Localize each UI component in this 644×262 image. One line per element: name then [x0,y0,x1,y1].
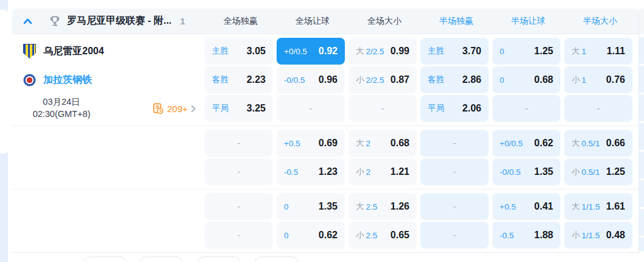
odds-label: +0/0.5 [284,47,307,56]
odds-cell[interactable]: +0/0.50.92 [277,38,345,65]
odds-value: 3.25 [247,103,266,114]
odds-cell[interactable]: 00.62 [277,222,345,249]
odds-value: 0.65 [391,230,409,241]
odds-label: 2.5 [366,202,378,211]
odds-cell[interactable]: 小2.50.65 [349,222,417,249]
odds-cell[interactable]: 平局3.25 [205,95,273,122]
odds-cell[interactable]: -0.51.88 [492,222,561,249]
odds-label: 0.5/1 [582,168,600,177]
odds-value: 0.41 [534,201,553,212]
odds-cell[interactable]: 客胜2.86 [420,66,489,93]
odds-cell[interactable]: 大2.51.26 [349,193,417,220]
chevron-up-icon [23,18,32,24]
over-under-prefix: 小 [356,74,364,85]
odds-value: 0.48 [606,230,625,241]
odds-row: 客胜2.23-0/0.50.96小2/2.50.87客胜2.8600.68小10… [205,66,639,93]
market-column-header[interactable]: 半场让球 [492,16,564,27]
more-markets-button[interactable]: 209+ [152,103,196,115]
odds-label: -0/0.5 [284,76,305,85]
more-markets-count: 209+ [167,104,188,114]
odds-cell-empty: - [420,193,489,220]
odds-cell-empty: - [205,130,273,157]
market-column-headers: 全场独赢全场让球全场大小半场独赢半场让球半场大小 [205,9,636,34]
home-team-row[interactable]: 乌尼雷亚2004 [12,38,205,65]
market-column-header[interactable]: 半场独赢 [420,16,492,27]
odds-value: 1.21 [391,166,409,177]
odds-value: 0.92 [319,46,338,57]
odds-label: 2 [366,139,371,148]
odds-cell[interactable]: -0/0.50.96 [277,66,345,93]
market-column-header[interactable]: 全场大小 [349,16,420,27]
odds-value: 0.66 [606,138,625,149]
odds-label: 1 [582,47,587,56]
odds-label: 0.5/1 [582,139,600,148]
chevron-right-icon [191,105,196,113]
odds-group: -01.35大2.51.26-+0.50.41大1/1.51.61-00.62小… [12,189,639,252]
odds-cell[interactable]: 客胜2.23 [205,66,273,93]
market-column-header[interactable]: 半场大小 [564,16,636,27]
odds-cell[interactable]: 平局2.06 [420,95,489,122]
odds-value: 2.86 [462,74,481,85]
odds-value: 0.68 [391,138,409,149]
odds-value: 1.35 [534,166,553,177]
market-column-header[interactable]: 全场独赢 [205,16,277,27]
odds-value: 2.23 [247,74,266,85]
odds-value: 0.76 [606,74,625,85]
odds-cell[interactable]: 大0.5/10.66 [564,130,632,157]
odds-cell[interactable]: 大2/2.50.99 [349,38,417,65]
collapse-button[interactable] [23,18,32,24]
odds-cell[interactable]: -0/0.51.35 [492,158,561,185]
odds-cell-empty: - [420,130,489,157]
odds-label: 客胜 [428,74,444,85]
odds-label: 主胜 [212,46,228,57]
odds-label: +0/0.5 [500,139,523,148]
trophy-icon [49,15,61,27]
odds-label: 2/2.5 [366,76,384,85]
odds-cell[interactable]: 小0.5/11.25 [564,158,632,185]
odds-cell[interactable]: +0.50.69 [277,130,345,157]
league-title: 罗马尼亚甲级联赛 - 附... [67,15,172,27]
odds-cell[interactable]: 小21.21 [349,158,417,185]
odds-cell[interactable]: 主胜3.70 [420,38,489,65]
odds-value: 0.62 [534,138,553,149]
next-row-pill-partial [140,257,183,262]
odds-cell[interactable]: 主胜3.05 [205,38,273,65]
odds-cell[interactable]: 大11.11 [564,38,632,65]
odds-cell[interactable]: 01.35 [277,193,345,220]
markets-list-clock-icon [152,103,164,115]
odds-cell[interactable]: -0.51.23 [277,158,345,185]
odds-value: 2.06 [462,103,481,114]
odds-cell[interactable]: 小10.76 [564,66,632,93]
odds-value: 1.61 [606,201,625,212]
odds-cell[interactable]: 小2/2.50.87 [349,66,417,93]
odds-cell[interactable]: 00.68 [492,66,561,93]
odds-page: 罗马尼亚甲级联赛 - 附... 1 全场独赢全场让球全场大小半场独赢半场让球半场… [0,0,644,262]
away-team-row[interactable]: 加拉茨钢铁 [12,66,205,93]
odds-label: 1/1.5 [582,202,600,211]
odds-cell[interactable]: +0.50.41 [492,193,561,220]
odds-label: 0 [500,76,504,85]
odds-value: 0.96 [319,74,338,85]
match-count: 1 [180,16,185,26]
next-row-pill-partial [84,257,127,262]
kickoff-date: 03月24日 [16,96,107,108]
odds-value: 1.25 [606,166,625,177]
odds-cell[interactable]: 大20.68 [349,130,417,157]
match-info-panel: 乌尼雷亚2004 加拉茨钢铁 03月24日 02:30(GMT+8) [12,38,205,122]
kickoff-clock: 02:30(GMT+8) [16,108,107,121]
odds-cell[interactable]: +0/0.50.62 [492,130,561,157]
over-under-prefix: 大 [356,46,364,57]
odds-row: --0.51.23小21.21--0/0.51.35小0.5/11.25 [205,158,639,185]
odds-cell[interactable]: 01.25 [492,38,561,65]
odds-label: -0.5 [284,168,298,177]
market-column-header[interactable]: 全场让球 [277,16,349,27]
odds-label: -0.5 [500,231,514,240]
odds-cell[interactable]: 大1/1.51.61 [564,193,632,220]
home-team-badge-icon [23,44,36,58]
page-left-strip-notch [0,10,8,154]
odds-cell[interactable]: 小1/1.50.48 [564,222,632,249]
over-under-prefix: 大 [571,201,580,212]
partial-next-column-header [639,9,644,34]
over-under-prefix: 小 [356,166,364,177]
odds-label: 0 [284,202,289,211]
